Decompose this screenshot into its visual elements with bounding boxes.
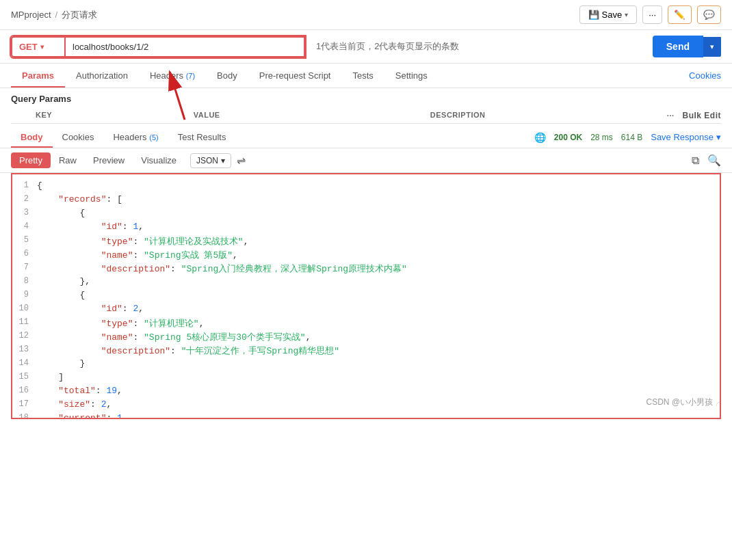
- response-time: 28 ms: [590, 133, 613, 142]
- code-line: 3 {: [12, 207, 720, 221]
- format-tabs-bar: Pretty Raw Preview Visualize JSON ▾ ⇌ ⧉ …: [0, 148, 732, 173]
- res-tab-body[interactable]: Body: [11, 126, 53, 148]
- response-tabs-bar: Body Cookies Headers (5) Test Results 🌐 …: [0, 126, 732, 148]
- params-table-header: KEY VALUE DESCRIPTION ··· Bulk Edit: [11, 108, 721, 124]
- save-chevron-icon: ▾: [625, 11, 628, 18]
- url-description: 1代表当前页，2代表每页显示的条数: [305, 36, 653, 57]
- code-line: 15 ]: [12, 371, 720, 385]
- watermark: CSDN @い小男孩╭: [646, 397, 721, 408]
- more-options-button[interactable]: ···: [642, 5, 662, 24]
- tab-params[interactable]: Params: [11, 64, 65, 88]
- method-label: GET: [19, 42, 38, 52]
- send-button[interactable]: Send: [653, 36, 703, 57]
- fmt-tab-preview[interactable]: Preview: [85, 152, 133, 168]
- col-actions-header: ··· Bulk Edit: [667, 111, 721, 120]
- code-line: 9 {: [12, 289, 720, 303]
- share-button[interactable]: 💬: [697, 5, 721, 24]
- format-type-label: JSON: [196, 156, 218, 165]
- breadcrumb-separator: /: [55, 10, 58, 20]
- method-chevron-icon: ▾: [40, 43, 44, 51]
- search-button[interactable]: 🔍: [707, 154, 721, 167]
- bulk-edit-button[interactable]: Bulk Edit: [683, 111, 722, 120]
- query-params-section: Query Params KEY VALUE DESCRIPTION ··· B…: [0, 88, 732, 124]
- res-tab-testresults[interactable]: Test Results: [168, 126, 236, 148]
- col-desc-header: DESCRIPTION: [430, 111, 667, 120]
- query-params-title: Query Params: [11, 94, 721, 104]
- save-response-chevron-icon: ▾: [716, 132, 721, 142]
- fmt-tab-pretty[interactable]: Pretty: [11, 152, 51, 168]
- copy-button[interactable]: ⧉: [692, 154, 699, 167]
- save-icon: 💾: [588, 10, 599, 20]
- code-line: 12 "name": "Spring 5核心原理与30个类手写实战",: [12, 330, 720, 344]
- url-input-container[interactable]: [66, 36, 305, 57]
- code-line: 6 "name": "Spring实战 第5版",: [12, 248, 720, 262]
- code-line: 10 "id": 2,: [12, 303, 720, 317]
- code-line: 11 "type": "计算机理论",: [12, 317, 720, 330]
- response-status: 200 OK: [554, 133, 582, 142]
- top-bar-actions: 💾 Save ▾ ··· ✏️ 💬: [579, 5, 721, 24]
- col-key-header: KEY: [11, 111, 194, 120]
- edit-button[interactable]: ✏️: [668, 5, 692, 24]
- code-line: 2 "records": [: [12, 194, 720, 207]
- save-label: Save: [602, 10, 623, 20]
- tab-headers[interactable]: Headers (7): [139, 64, 206, 88]
- tab-body[interactable]: Body: [206, 64, 248, 88]
- tab-settings[interactable]: Settings: [384, 64, 439, 88]
- request-tabs: Params Authorization Headers (7) Body Pr…: [0, 64, 732, 88]
- cookies-link[interactable]: Cookies: [689, 64, 721, 88]
- code-line: 14 }: [12, 358, 720, 371]
- response-size: 614 B: [621, 133, 642, 142]
- response-meta: 🌐 200 OK 28 ms 614 B Save Response ▾: [534, 132, 721, 143]
- code-line: 18 "current": 1,: [12, 412, 720, 419]
- page-name: 分页请求: [62, 9, 97, 21]
- format-type-chevron-icon: ▾: [221, 156, 225, 165]
- url-input[interactable]: [73, 42, 297, 52]
- fmt-tab-raw[interactable]: Raw: [51, 152, 85, 168]
- code-line: 5 "type": "计算机理论及实战技术",: [12, 235, 720, 248]
- format-type-select[interactable]: JSON ▾: [190, 153, 231, 168]
- col-value-header: VALUE: [194, 111, 430, 120]
- project-name[interactable]: MPproject: [11, 10, 51, 20]
- code-line: 17 "size": 2,: [12, 399, 720, 412]
- breadcrumb: MPproject / 分页请求: [11, 9, 97, 21]
- fmt-tab-visualize[interactable]: Visualize: [133, 152, 185, 168]
- code-line: 16 "total": 19,: [12, 385, 720, 399]
- res-tab-cookies[interactable]: Cookies: [53, 126, 104, 148]
- top-bar: MPproject / 分页请求 💾 Save ▾ ··· ✏️ 💬: [0, 0, 732, 30]
- code-line: 8 },: [12, 276, 720, 289]
- wrap-icon[interactable]: ⇌: [237, 154, 246, 167]
- globe-icon: 🌐: [534, 132, 546, 143]
- tab-prerequest[interactable]: Pre-request Script: [248, 64, 342, 88]
- tab-authorization[interactable]: Authorization: [65, 64, 139, 88]
- code-line: 1{: [12, 180, 720, 194]
- res-tab-headers[interactable]: Headers (5): [103, 126, 168, 148]
- code-line: 7 "description": "Spring入门经典教程，深入理解Sprin…: [12, 262, 720, 276]
- save-button[interactable]: 💾 Save ▾: [579, 5, 638, 24]
- code-line: 4 "id": 1,: [12, 221, 720, 235]
- format-actions: ⧉ 🔍: [692, 154, 721, 167]
- send-dropdown-button[interactable]: ▾: [703, 37, 721, 57]
- code-line: 13 "description": "十年沉淀之作，手写Spring精华思想": [12, 344, 720, 358]
- col-more-icon: ···: [667, 111, 675, 120]
- tab-tests[interactable]: Tests: [341, 64, 384, 88]
- send-button-group: Send ▾: [653, 36, 721, 57]
- save-response-button[interactable]: Save Response ▾: [651, 132, 721, 142]
- code-view[interactable]: 1{2 "records": [3 {4 "id": 1,5 "type": "…: [11, 173, 721, 419]
- url-bar: GET ▾ 1代表当前页，2代表每页显示的条数 Send ▾: [0, 30, 732, 64]
- method-select[interactable]: GET ▾: [11, 36, 66, 57]
